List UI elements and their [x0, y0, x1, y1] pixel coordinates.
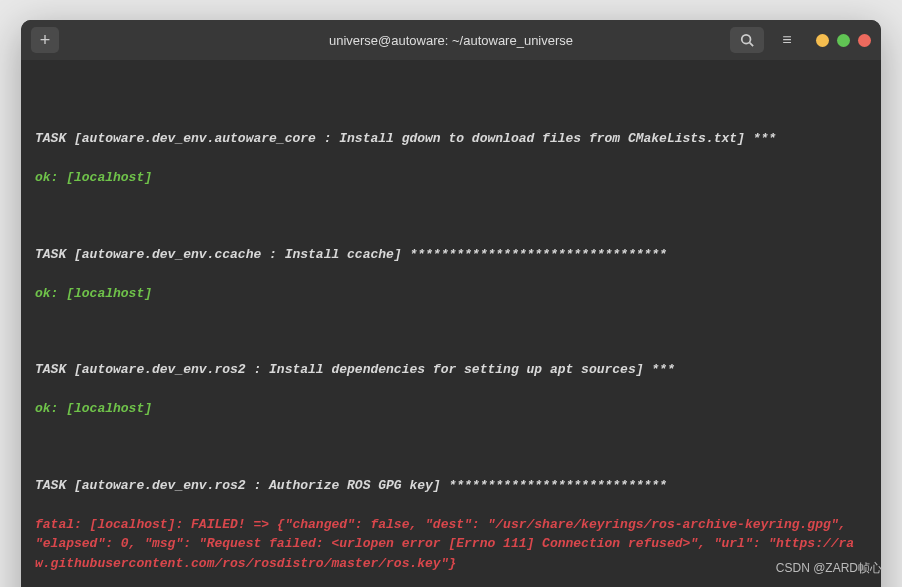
titlebar: + universe@autoware: ~/autoware_universe… — [21, 20, 881, 60]
watermark: CSDN @ZARD帧心 — [776, 560, 882, 577]
new-tab-button[interactable]: + — [31, 27, 59, 53]
blank-line — [35, 323, 867, 341]
svg-line-1 — [750, 43, 754, 47]
search-icon — [740, 33, 754, 47]
blank-line — [35, 438, 867, 456]
window-controls — [816, 34, 871, 47]
minimize-button[interactable] — [816, 34, 829, 47]
task-header: TASK [autoware.dev_env.ros2 : Authorize … — [35, 476, 867, 496]
plus-icon: + — [40, 30, 51, 51]
titlebar-right: ≡ — [730, 27, 871, 53]
blank-line — [35, 207, 867, 225]
task-header: TASK [autoware.dev_env.ccache : Install … — [35, 245, 867, 265]
task-status-ok: ok: [localhost] — [35, 284, 867, 304]
task-header: TASK [autoware.dev_env.autoware_core : I… — [35, 129, 867, 149]
hamburger-icon: ≡ — [782, 31, 791, 49]
terminal-window: + universe@autoware: ~/autoware_universe… — [21, 20, 881, 587]
task-header: TASK [autoware.dev_env.ros2 : Install de… — [35, 360, 867, 380]
window-title: universe@autoware: ~/autoware_universe — [329, 33, 573, 48]
close-button[interactable] — [858, 34, 871, 47]
menu-button[interactable]: ≡ — [772, 27, 802, 53]
task-status-ok: ok: [localhost] — [35, 399, 867, 419]
blank-line — [35, 92, 867, 110]
svg-point-0 — [742, 35, 751, 44]
task-status-ok: ok: [localhost] — [35, 168, 867, 188]
maximize-button[interactable] — [837, 34, 850, 47]
terminal-content[interactable]: TASK [autoware.dev_env.autoware_core : I… — [21, 60, 881, 587]
task-status-fatal: fatal: [localhost]: FAILED! => {"changed… — [35, 515, 867, 574]
search-button[interactable] — [730, 27, 764, 53]
